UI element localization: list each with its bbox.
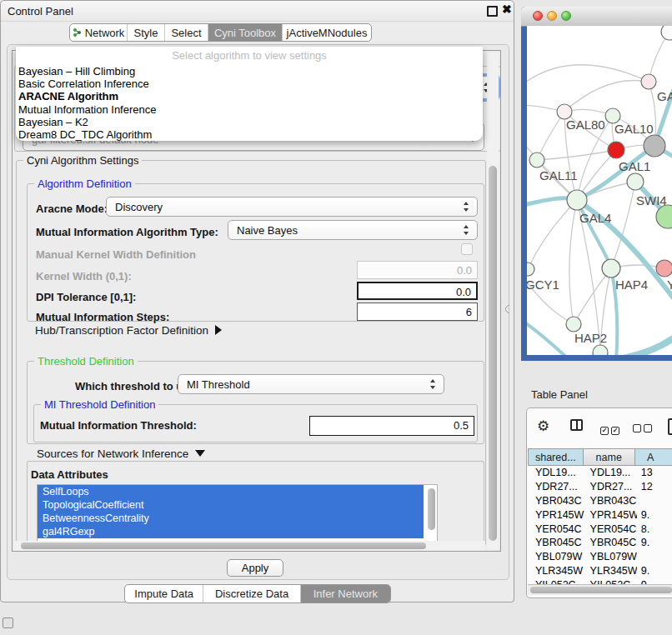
mi-steps-field[interactable]: 6 bbox=[357, 302, 478, 321]
select-all-columns-icon[interactable]: ✓✓ bbox=[600, 421, 622, 436]
algorithm-option[interactable]: Basic Correlation Inference bbox=[18, 78, 480, 90]
column-header-partial[interactable]: A bbox=[635, 448, 672, 466]
attribute-list-item[interactable]: BetweennessCentrality bbox=[38, 512, 424, 525]
sources-expander[interactable]: Sources for Network Inference bbox=[33, 448, 208, 460]
data-attributes-list[interactable]: SelfLoopsTopologicalCoefficientBetweenne… bbox=[37, 484, 438, 543]
vertical-scrollbar[interactable] bbox=[487, 52, 499, 549]
mi-steps-label: Mutual Information Steps: bbox=[36, 311, 169, 323]
algorithm-option[interactable]: Bayesian – K2 bbox=[18, 116, 480, 128]
kernel-width-field[interactable]: 0.0 bbox=[357, 261, 478, 279]
network-node[interactable] bbox=[661, 26, 672, 40]
new-column-icon[interactable] bbox=[668, 418, 672, 435]
network-node[interactable] bbox=[641, 74, 656, 89]
aracne-mode-combo[interactable]: Discovery bbox=[106, 197, 478, 217]
network-graph: GALGAL80GAL10GAL1GAL11SWI4GAL4GCY1HAP4YH… bbox=[527, 26, 672, 355]
threshold-definition-group: Threshold Definition Which threshold to … bbox=[27, 361, 484, 444]
attribute-list-item[interactable]: TopologicalCoefficient bbox=[38, 498, 424, 512]
table-row[interactable]: YDL19...YDL19...13 bbox=[528, 466, 672, 480]
table-row[interactable]: YBL079WYBL079W bbox=[528, 550, 672, 564]
table-row[interactable]: YDR27...YDR27...12 bbox=[528, 480, 672, 494]
tab-select[interactable]: Select bbox=[165, 24, 208, 41]
algorithm-list: Bayesian – Hill Climbing Basic Correlati… bbox=[18, 65, 480, 141]
network-edge[interactable] bbox=[569, 200, 577, 324]
network-node[interactable] bbox=[602, 259, 620, 278]
table-horizontal-scrollbar[interactable] bbox=[528, 584, 672, 595]
table-body: YDL19...YDL19...13YDR27...YDR27...12YBR0… bbox=[528, 466, 672, 584]
table-cell bbox=[637, 494, 672, 508]
table-cell: YBL079W bbox=[584, 550, 637, 564]
table-row[interactable]: YIL052CYIL052C9 bbox=[528, 578, 672, 584]
algorithm-option[interactable]: Mutual Information Inference bbox=[18, 103, 480, 116]
table-row[interactable]: YLR345WYLR345W9. bbox=[528, 564, 672, 578]
table-cell: 9. bbox=[637, 536, 672, 550]
table-cell: 8. bbox=[637, 522, 672, 537]
tab-cyni-toolbox[interactable]: Cyni Toolbox bbox=[208, 24, 283, 41]
column-header-shared-name[interactable]: shared... bbox=[528, 448, 584, 466]
float-window-icon[interactable] bbox=[487, 6, 498, 17]
dpi-tolerance-field[interactable]: 0.0 bbox=[357, 282, 478, 300]
table-row[interactable]: YPR145WYPR145W9. bbox=[528, 508, 672, 522]
cyni-mode-tabbar: Impute Data Discretize Data Infer Networ… bbox=[124, 584, 391, 603]
network-edge[interactable] bbox=[537, 112, 564, 160]
tab-infer-network[interactable]: Infer Network bbox=[301, 585, 390, 602]
algorithm-option[interactable]: Dream8 DC_TDC Algorithm bbox=[18, 128, 480, 141]
minimize-traffic-light-icon[interactable] bbox=[547, 11, 557, 21]
apply-button-label: Apply bbox=[242, 562, 269, 574]
mi-threshold-field[interactable]: 0.5 bbox=[309, 416, 474, 436]
which-threshold-combo[interactable]: MI Threshold bbox=[178, 374, 444, 394]
tab-impute-data[interactable]: Impute Data bbox=[125, 585, 203, 602]
list-scrollbar-thumb[interactable] bbox=[428, 488, 435, 530]
table-row[interactable]: YBR043CYBR043C bbox=[528, 494, 672, 508]
table-row[interactable]: YBR045CYBR045C9. bbox=[528, 536, 672, 550]
table-row[interactable]: YER054CYER054C8. bbox=[528, 522, 672, 537]
network-node[interactable] bbox=[529, 152, 544, 168]
manual-kernel-label: Manual Kernel Width Definition bbox=[36, 248, 196, 261]
attribute-list-item[interactable]: SelfLoops bbox=[38, 485, 424, 498]
network-node[interactable] bbox=[593, 345, 608, 355]
algorithm-option-selected[interactable]: ARACNE Algorithm bbox=[18, 90, 480, 102]
scrollbar-thumb[interactable] bbox=[21, 542, 426, 549]
network-canvas[interactable]: GALGAL80GAL10GAL1GAL11SWI4GAL4GCY1HAP4YH… bbox=[527, 26, 672, 355]
network-edge[interactable] bbox=[611, 182, 635, 268]
network-edge[interactable] bbox=[527, 65, 649, 84]
tab-style[interactable]: Style bbox=[128, 24, 165, 41]
dpi-tolerance-label: DPI Tolerance [0,1]: bbox=[36, 291, 136, 303]
scrollbar-thumb[interactable] bbox=[489, 166, 497, 541]
column-header-name[interactable]: name bbox=[584, 448, 635, 466]
scrollbar-thumb[interactable] bbox=[530, 587, 672, 593]
columns-icon[interactable] bbox=[570, 419, 583, 431]
algorithm-option[interactable]: Bayesian – Hill Climbing bbox=[18, 65, 480, 78]
network-node[interactable] bbox=[656, 260, 672, 277]
table-cell: YBR043C bbox=[528, 494, 584, 508]
deselect-all-columns-icon[interactable] bbox=[633, 421, 654, 436]
manual-kernel-checkbox[interactable] bbox=[461, 243, 473, 255]
network-edge[interactable] bbox=[564, 81, 649, 112]
tab-network[interactable]: Network bbox=[70, 24, 128, 41]
attribute-list-item[interactable]: gal4RGexp bbox=[38, 525, 424, 538]
network-node[interactable] bbox=[644, 135, 665, 157]
network-window-titlebar[interactable] bbox=[521, 7, 672, 27]
mi-algorithm-type-combo[interactable]: Naive Bayes bbox=[228, 220, 478, 240]
mini-window-icon[interactable] bbox=[3, 618, 13, 628]
hub-definition-expander[interactable]: Hub/Transcription Factor Definition bbox=[35, 324, 222, 337]
tab-discretize-data[interactable]: Discretize Data bbox=[203, 585, 300, 602]
network-edge-highlighted[interactable] bbox=[610, 328, 672, 355]
network-node[interactable] bbox=[566, 317, 581, 332]
horizontal-scrollbar[interactable] bbox=[14, 541, 485, 551]
network-node-label: SWI4 bbox=[636, 193, 667, 208]
apply-button[interactable]: Apply bbox=[227, 559, 283, 577]
close-traffic-light-icon[interactable] bbox=[533, 11, 543, 21]
zoom-traffic-light-icon[interactable] bbox=[561, 11, 571, 21]
network-node[interactable] bbox=[608, 142, 624, 158]
table-panel: ⚙ ✓✓ shared... name A YDL19...YDL19...13… bbox=[526, 408, 672, 598]
network-node[interactable] bbox=[527, 262, 534, 276]
close-icon[interactable]: ✖ bbox=[502, 2, 512, 16]
network-edge-highlighted[interactable] bbox=[527, 319, 570, 355]
gear-icon[interactable]: ⚙ bbox=[537, 418, 549, 435]
tab-jactivemnodules[interactable]: jActiveMNodules bbox=[283, 24, 371, 41]
network-node[interactable] bbox=[627, 173, 644, 190]
table-cell: 9. bbox=[637, 508, 672, 522]
table-header: shared... name A bbox=[528, 448, 672, 466]
network-node[interactable] bbox=[567, 190, 587, 210]
network-edge[interactable] bbox=[537, 150, 616, 160]
